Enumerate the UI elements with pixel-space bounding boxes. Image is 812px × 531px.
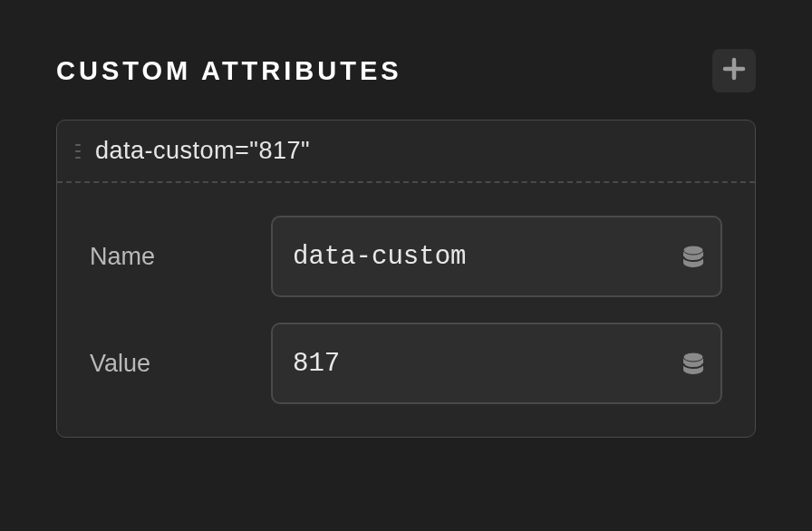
panel-header: CUSTOM ATTRIBUTES — [56, 49, 756, 92]
value-row: Value — [90, 323, 722, 404]
attribute-card-body: Name Value — [57, 183, 755, 437]
panel-title: CUSTOM ATTRIBUTES — [56, 56, 402, 86]
database-icon[interactable] — [682, 352, 704, 375]
name-label: Name — [90, 243, 271, 271]
database-icon[interactable] — [682, 245, 704, 268]
name-input[interactable] — [271, 216, 722, 297]
value-label: Value — [90, 350, 271, 378]
value-input[interactable] — [271, 323, 722, 404]
add-attribute-button[interactable] — [712, 49, 756, 92]
drag-handle-icon[interactable] — [75, 144, 81, 159]
value-input-wrap — [271, 323, 722, 404]
name-row: Name — [90, 216, 722, 297]
custom-attributes-panel: CUSTOM ATTRIBUTES data-custom="817" Name — [0, 0, 812, 465]
plus-icon — [722, 57, 746, 84]
attribute-summary: data-custom="817" — [95, 137, 310, 165]
name-input-wrap — [271, 216, 722, 297]
attribute-card: data-custom="817" Name — [56, 120, 756, 438]
attribute-card-header[interactable]: data-custom="817" — [57, 121, 755, 183]
